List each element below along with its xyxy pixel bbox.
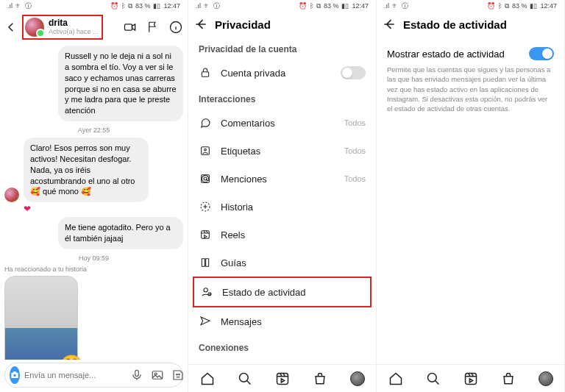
tags-row[interactable]: Etiquetas Todos [188,137,376,165]
mentions-value: Todos [344,174,366,183]
activity-status-label: Estado de actividad [222,287,364,298]
bt-icon: ᛒ [498,2,502,10]
story-thumbnail[interactable]: 😍 [4,276,78,360]
bt-icon: ᛒ [310,2,313,10]
svg-point-10 [205,149,207,151]
alarm-icon: ⏰ [110,2,118,10]
activity-status-description: Permite que las cuentas que sigues y las… [377,65,564,113]
battery-pct: 83 % [512,2,527,10]
camera-button[interactable] [10,366,20,384]
svg-rect-18 [277,373,288,384]
chat-user-box[interactable]: drita Activo(a) hace ... [22,15,103,40]
message-input[interactable] [24,371,126,379]
story-label: Historia [221,202,366,213]
story-reaction-emoji: 😍 [60,354,83,360]
messages-row[interactable]: Mensajes [188,307,376,335]
heart-reaction-icon[interactable]: ❤ [24,204,183,214]
message-incoming[interactable]: Claro! Esos perros son muy activos! Nece… [4,138,183,202]
tab-profile-icon[interactable] [538,371,554,387]
story-row[interactable]: Historia [188,193,376,221]
svg-rect-8 [202,72,208,77]
clock: 12:47 [352,2,369,10]
chat-screen: .ıl ᯤ ⓘ ⏰ ᛒ ⧉ 83 % ▮▯ 12:47 drita Activo… [0,0,188,392]
back-arrow-icon[interactable] [193,16,209,32]
nfc-icon: ⓘ [402,1,408,11]
private-account-toggle[interactable] [341,66,366,79]
activity-status-screen: .ıl ᯤ ⓘ ⏰ ᛒ ⧉ 83 % ▮▯ 12:47 Estado de ac… [377,0,565,392]
svg-point-12 [204,177,207,180]
message-text: Russell y no le deja ni a sol ni a sombr… [58,46,183,121]
tab-home-icon[interactable] [388,371,404,387]
clock: 12:47 [540,2,557,10]
clock: 12:47 [163,2,180,10]
mention-icon [199,172,212,185]
activity-header: Estado de actividad [377,12,564,37]
svg-point-19 [427,373,436,382]
time-separator: Hoy 09:59 [4,254,183,262]
story-icon [199,200,212,213]
back-arrow-icon[interactable] [381,16,397,32]
tab-bar [377,364,564,392]
status-bar: .ıl ᯤ ⓘ ⏰ ᛒ ⧉ 83 % ▮▯ 12:47 [0,0,188,12]
mentions-row[interactable]: Menciones Todos [188,165,376,193]
tab-shop-icon[interactable] [500,371,516,387]
activity-status-highlight: Estado de actividad [193,277,372,307]
battery-icon: ▮▯ [341,2,349,10]
signal-icon: .ıl [7,2,13,10]
sender-avatar[interactable] [4,188,19,202]
reels-row[interactable]: Reels [188,221,376,249]
flag-icon[interactable] [146,21,160,34]
nfc-icon: ⧉ [505,2,509,10]
user-avatar[interactable] [25,18,44,37]
tab-profile-icon[interactable] [349,371,366,387]
battery-icon: ▮▯ [153,2,160,10]
mic-icon[interactable] [130,368,143,382]
nfc-icon: ⧉ [128,2,132,10]
comments-row[interactable]: Comentarios Todos [188,109,376,137]
chat-user-status: Activo(a) hace ... [49,29,99,36]
story-reaction[interactable]: 😍 [4,276,183,360]
private-account-label: Cuenta privada [221,68,332,79]
show-activity-status-row[interactable]: Mostrar estado de actividad [377,37,564,65]
svg-point-17 [239,373,248,382]
wifi-icon: ᯤ [204,2,210,10]
status-bar: .ıl ᯤ ⓘ ⏰ ᛒ ⧉ 83 % ▮▯ 12:47 [188,0,376,12]
chat-user-name: drita [49,18,99,28]
tags-label: Etiquetas [221,146,335,157]
svg-rect-0 [125,24,132,30]
show-activity-status-toggle[interactable] [529,47,554,60]
gallery-icon[interactable] [151,368,164,382]
battery-pct: 83 % [324,2,339,10]
wifi-icon: ᯤ [392,2,399,10]
battery-icon: ▮▯ [530,2,537,10]
tab-reels-icon[interactable] [463,371,479,387]
mentions-label: Menciones [221,174,335,185]
activity-status-row[interactable]: Estado de actividad [194,278,370,306]
battery-pct: 83 % [135,2,151,10]
reels-icon [199,228,212,241]
chat-input-bar [4,363,183,388]
svg-rect-20 [465,373,476,384]
chat-header: drita Activo(a) hace ... [0,12,188,44]
tab-search-icon[interactable] [425,371,441,387]
page-title: Privacidad [215,18,372,31]
tab-home-icon[interactable] [199,371,216,387]
back-arrow-icon[interactable] [4,21,18,34]
nfc-icon: ⓘ [25,1,32,11]
wifi-icon: ᯤ [15,2,22,10]
video-call-icon[interactable] [123,20,138,35]
tab-shop-icon[interactable] [312,371,328,387]
guides-row[interactable]: Guías [188,249,376,277]
tag-icon [199,144,212,157]
info-icon[interactable] [168,20,183,35]
section-connections: Conexiones [188,335,376,357]
message-outgoing[interactable]: Russell y no le deja ni a sol ni a sombr… [4,46,183,121]
private-account-row[interactable]: Cuenta privada [188,59,376,87]
tab-search-icon[interactable] [237,371,253,387]
message-outgoing[interactable]: Me tiene agotadito. Pero yo a él también… [4,217,183,249]
tags-value: Todos [344,146,366,155]
bt-icon: ᛒ [121,2,125,10]
tab-reels-icon[interactable] [274,371,291,387]
guides-icon [199,256,212,269]
sticker-icon[interactable] [171,368,185,382]
